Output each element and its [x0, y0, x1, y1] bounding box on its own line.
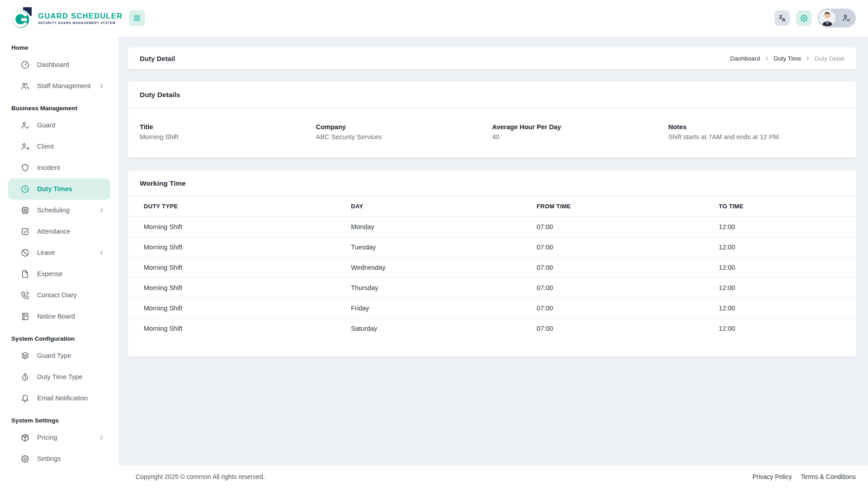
sidebar-item-attendance[interactable]: Attendance: [8, 221, 110, 242]
sidebar-item-dashboard[interactable]: Dashboard: [8, 54, 110, 75]
breadcrumb-current: Duty Detail: [815, 55, 844, 62]
cell-to-time: 12:00: [714, 217, 856, 237]
checkbox-icon: [20, 227, 30, 236]
cell-duty-type: Morning Shift: [128, 237, 346, 258]
topbar: GUARD SCHEDULER SECURITY GUARD MANAGEMEN…: [0, 0, 868, 36]
sidebar-item-guard-type[interactable]: Guard Type: [8, 345, 110, 366]
page-title: Duty Detail: [140, 55, 175, 62]
settings-button[interactable]: [796, 10, 811, 26]
brand-logo[interactable]: GUARD SCHEDULER SECURITY GUARD MANAGEMEN…: [11, 5, 118, 31]
field-company: Company ABC Security Services: [316, 123, 492, 141]
sidebar-item-incident[interactable]: Incident: [8, 157, 110, 178]
bell-icon: [20, 394, 30, 403]
sidebar-item-label: Duty Times: [37, 186, 72, 192]
cell-to-time: 12:00: [714, 237, 856, 258]
app: GUARD SCHEDULER SECURITY GUARD MANAGEMEN…: [0, 0, 868, 488]
cell-day: Tuesday: [346, 237, 532, 258]
sidebar-section-home: Home: [11, 44, 118, 51]
shield-icon: [20, 163, 30, 173]
table-row: Morning Shift Saturday 07:00 12:00: [128, 319, 856, 339]
sidebar-item-expense[interactable]: Expense: [8, 263, 110, 285]
cell-from-time: 07:00: [532, 298, 714, 319]
cell-from-time: 07:00: [532, 217, 714, 237]
gauge-icon: [20, 60, 30, 70]
working-time-table-wrap: DUTY TYPE DAY FROM TIME TO TIME Morning …: [128, 196, 856, 357]
language-icon: [778, 14, 787, 23]
sidebar-item-label: Scheduling: [37, 207, 70, 214]
field-label: Title: [140, 123, 316, 131]
table-header-row: DUTY TYPE DAY FROM TIME TO TIME: [128, 196, 856, 217]
gear-icon: [800, 14, 808, 23]
field-label: Average Hour Per Day: [492, 123, 669, 131]
phone-icon: [20, 291, 30, 300]
chevron-right-icon: [98, 434, 105, 441]
user-check-icon: [20, 121, 30, 130]
field-label: Company: [316, 123, 492, 131]
brand-name: GUARD SCHEDULER: [38, 12, 123, 20]
sidebar-item-label: Leave: [37, 249, 55, 256]
user-menu-button[interactable]: [818, 9, 856, 28]
sidebar-section-system-configuration: System Configuration: [11, 335, 118, 342]
breadcrumb: Dashboard Duty Time Duty Detail: [730, 55, 844, 62]
privacy-policy-link[interactable]: Privacy Policy: [752, 473, 792, 480]
sidebar: Home Dashboard Staff Management Business…: [0, 36, 118, 488]
sidebar-item-label: Duty Time Type: [37, 374, 82, 380]
ban-icon: [20, 248, 30, 258]
sidebar-item-client[interactable]: Client: [8, 136, 110, 157]
sidebar-item-label: Attendance: [37, 228, 70, 235]
breadcrumb-dashboard[interactable]: Dashboard: [730, 55, 760, 62]
breadcrumb-duty-time[interactable]: Duty Time: [774, 55, 801, 62]
terms-conditions-link[interactable]: Terms & Conditions: [801, 473, 856, 480]
chevron-right-icon: [98, 249, 105, 256]
field-notes: Notes Shift starts at 7AM and ends at 12…: [668, 123, 844, 141]
sidebar-section-system-settings: System Settings: [11, 417, 118, 424]
sidebar-item-label: Expense: [37, 271, 62, 277]
field-value: 40: [492, 133, 669, 141]
chevron-right-icon: [764, 56, 769, 61]
package-icon: [20, 433, 30, 442]
file-icon: [20, 269, 30, 279]
cell-to-time: 12:00: [714, 278, 856, 298]
table-row: Morning Shift Tuesday 07:00 12:00: [128, 237, 856, 258]
sidebar-item-pricing[interactable]: Pricing: [8, 427, 110, 448]
cell-duty-type: Morning Shift: [128, 298, 346, 319]
chevron-right-icon: [98, 207, 105, 214]
sidebar-item-duty-time-type[interactable]: Duty Time Type: [8, 366, 110, 388]
sidebar-section-business-management: Business Management: [11, 105, 118, 112]
layers-icon: [20, 351, 30, 361]
cell-from-time: 07:00: [532, 258, 714, 278]
sidebar-item-contact-diary[interactable]: Contact Diary: [8, 285, 110, 306]
cell-day: Thursday: [346, 278, 532, 298]
stopwatch-icon: [20, 372, 30, 382]
sidebar-item-leave[interactable]: Leave: [8, 242, 110, 263]
sidebar-item-label: Pricing: [37, 434, 57, 441]
chevron-right-icon: [805, 56, 811, 61]
cell-to-time: 12:00: [714, 298, 856, 319]
copyright-text: Copyright 2025 © common All rights reser…: [136, 473, 265, 480]
sidebar-toggle-button[interactable]: [129, 10, 145, 26]
cell-day: Friday: [346, 298, 532, 319]
sidebar-item-label: Incident: [37, 164, 60, 171]
sidebar-item-email-notification[interactable]: Email Notification: [8, 388, 110, 409]
cell-day: Monday: [346, 217, 532, 237]
field-title: Title Morning Shift: [140, 123, 316, 141]
language-button[interactable]: [774, 10, 790, 26]
sidebar-item-duty-times[interactable]: Duty Times: [8, 178, 110, 200]
sidebar-item-settings[interactable]: Settings: [8, 448, 110, 469]
working-time-heading: Working Time: [128, 170, 856, 196]
cell-from-time: 07:00: [532, 278, 714, 298]
cell-duty-type: Morning Shift: [128, 258, 346, 278]
user-plus-icon: [20, 142, 30, 151]
cell-day: Wednesday: [346, 258, 532, 278]
sidebar-item-notice-board[interactable]: Notice Board: [8, 306, 110, 327]
cell-from-time: 07:00: [532, 237, 714, 258]
sidebar-item-scheduling[interactable]: Scheduling: [8, 200, 110, 221]
sidebar-item-guard[interactable]: Guard: [8, 115, 110, 136]
field-average-hour-per-day: Average Hour Per Day 40: [492, 123, 669, 141]
duty-details-heading: Duty Details: [128, 82, 856, 108]
brand-logo-icon: [11, 5, 34, 31]
sidebar-item-staff-management[interactable]: Staff Management: [8, 75, 110, 97]
column-header-day: DAY: [346, 196, 532, 217]
duty-details-fields: Title Morning Shift Company ABC Security…: [128, 108, 856, 158]
cell-duty-type: Morning Shift: [128, 217, 346, 237]
